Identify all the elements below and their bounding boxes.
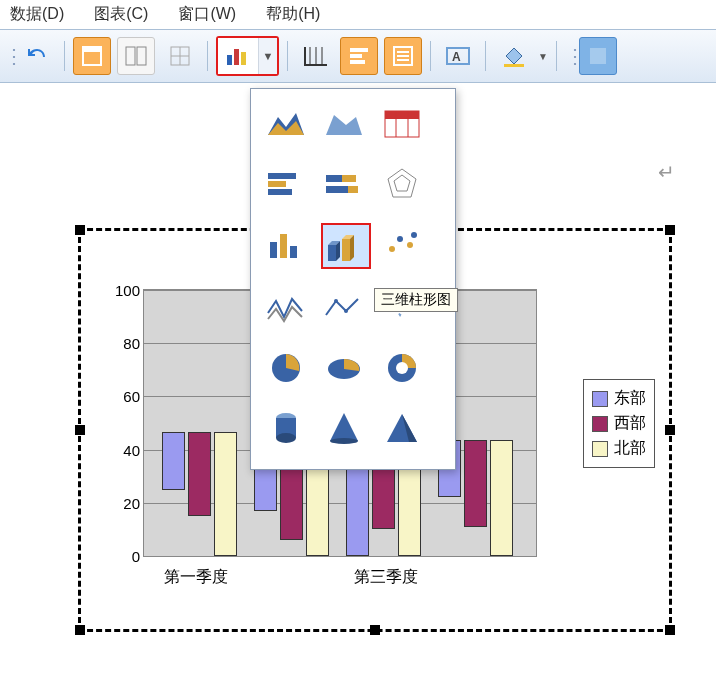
column-3d-icon[interactable] (321, 223, 371, 269)
resize-handle[interactable] (370, 625, 380, 635)
chart-type-split-button[interactable]: ▼ (216, 36, 279, 76)
refresh-icon (588, 46, 608, 66)
bar (188, 432, 211, 516)
radar-chart-icon[interactable] (379, 163, 425, 205)
svg-point-49 (389, 246, 395, 252)
bar-horizontal-icon[interactable] (263, 163, 309, 205)
area-stacked-icon[interactable] (321, 103, 367, 145)
axis-icon (302, 44, 328, 68)
textbox-icon: A (445, 44, 471, 68)
y-tick: 40 (106, 441, 140, 458)
svg-rect-31 (268, 173, 296, 179)
menu-data[interactable]: 数据(D) (10, 4, 64, 25)
chart-type-palette (250, 88, 456, 470)
y-tick: 20 (106, 494, 140, 511)
doughnut-chart-icon[interactable] (379, 347, 425, 389)
pyramid-chart-icon[interactable] (379, 407, 425, 449)
column-chart-icon[interactable] (263, 223, 309, 265)
line-points-icon[interactable] (321, 287, 367, 329)
svg-rect-42 (290, 246, 297, 258)
table-split-button[interactable] (117, 37, 155, 75)
x-tick: 第三季度 (354, 567, 418, 588)
separator-icon (207, 41, 208, 71)
extra-button[interactable] (579, 37, 617, 75)
svg-rect-41 (280, 234, 287, 258)
menu-help[interactable]: 帮助(H) (266, 4, 320, 25)
axis-button[interactable] (296, 37, 334, 75)
svg-point-51 (407, 242, 413, 248)
legend-item: 北部 (592, 438, 646, 459)
menu-chart[interactable]: 图表(C) (94, 4, 148, 25)
paragraph-mark-icon: ↵ (658, 160, 675, 184)
svg-rect-35 (342, 175, 356, 182)
svg-rect-33 (268, 189, 292, 195)
scatter-chart-icon[interactable] (379, 223, 425, 265)
area-chart-icon[interactable] (263, 103, 309, 145)
svg-marker-62 (330, 413, 358, 441)
resize-handle[interactable] (75, 425, 85, 435)
table-single-button[interactable] (73, 37, 111, 75)
toolbar-grip-icon: ⋮ (4, 44, 12, 68)
pie-chart-icon[interactable] (263, 347, 309, 389)
chart-type-dropdown[interactable]: ▼ (258, 38, 277, 74)
svg-rect-3 (137, 47, 146, 65)
x-tick: 第一季度 (164, 567, 228, 588)
list-button[interactable] (384, 37, 422, 75)
menu-window[interactable]: 窗口(W) (178, 4, 236, 25)
table-single-icon (81, 45, 103, 67)
table-grid-button[interactable] (161, 37, 199, 75)
cone-chart-icon[interactable] (321, 407, 367, 449)
fill-button[interactable] (494, 37, 532, 75)
resize-handle[interactable] (665, 425, 675, 435)
toolbar: ⋮ ▼ A ▼ ⋮ (0, 29, 716, 83)
cylinder-chart-icon[interactable] (263, 407, 309, 449)
textbox-button[interactable]: A (439, 37, 477, 75)
svg-rect-7 (227, 55, 232, 65)
line-chart-icon[interactable] (263, 287, 309, 329)
svg-rect-2 (126, 47, 135, 65)
chart-type-button[interactable] (218, 38, 258, 74)
pie-3d-icon[interactable] (321, 347, 367, 389)
svg-rect-14 (350, 54, 362, 58)
fill-dropdown[interactable]: ▼ (538, 51, 548, 62)
svg-marker-48 (350, 235, 354, 261)
hbar-button[interactable] (340, 37, 378, 75)
chart-legend: 东部 西部 北部 (583, 379, 655, 468)
resize-handle[interactable] (665, 625, 675, 635)
svg-rect-36 (326, 186, 348, 193)
separator-icon (64, 41, 65, 71)
hbar-icon (348, 45, 370, 67)
svg-rect-1 (83, 47, 101, 52)
paint-bucket-icon (500, 44, 526, 68)
separator-icon (287, 41, 288, 71)
bar-horizontal-stacked-icon[interactable] (321, 163, 367, 205)
svg-rect-8 (234, 49, 239, 65)
svg-marker-39 (394, 175, 410, 191)
svg-rect-32 (268, 181, 286, 187)
chart-type-tooltip: 三维柱形图 (374, 288, 458, 312)
table-chart-icon[interactable] (379, 103, 425, 145)
separator-icon (556, 41, 557, 71)
resize-handle[interactable] (665, 225, 675, 235)
svg-rect-34 (326, 175, 342, 182)
svg-rect-37 (348, 186, 358, 193)
svg-text:A: A (452, 50, 461, 64)
svg-point-50 (397, 236, 403, 242)
separator-icon (430, 41, 431, 71)
resize-handle[interactable] (75, 225, 85, 235)
y-tick: 100 (106, 282, 140, 299)
bar (490, 440, 513, 556)
svg-marker-38 (388, 169, 416, 197)
svg-point-61 (276, 433, 296, 443)
table-split-icon (125, 45, 147, 67)
undo-button[interactable] (18, 37, 56, 75)
resize-handle[interactable] (75, 625, 85, 635)
y-tick: 0 (106, 548, 140, 565)
bar (214, 432, 237, 556)
svg-marker-26 (326, 115, 362, 135)
svg-point-58 (396, 362, 408, 374)
table-grid-icon (169, 45, 191, 67)
undo-icon (25, 44, 49, 68)
svg-point-53 (334, 299, 338, 303)
svg-rect-9 (241, 52, 246, 65)
